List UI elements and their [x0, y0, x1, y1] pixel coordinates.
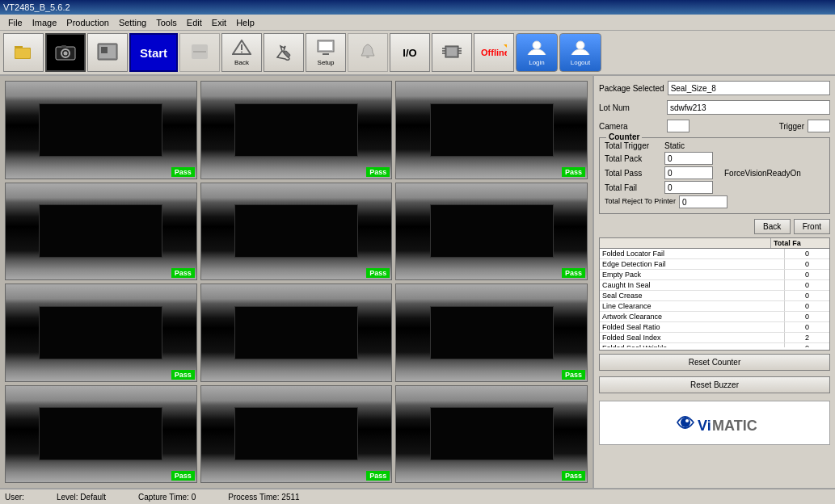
total-fail-row: Total Fail: [605, 181, 824, 194]
image-cell[interactable]: [200, 284, 393, 382]
back-btn[interactable]: Back: [754, 219, 791, 234]
image-cell[interactable]: Pass: [395, 385, 588, 484]
table-cell-name: Empty Pack: [600, 270, 785, 279]
logo-area: Vi MATIC: [599, 401, 830, 445]
menu-help[interactable]: Help: [231, 17, 259, 28]
pass-badge: Pass: [366, 167, 390, 177]
total-pass-label: Total Pass: [605, 169, 661, 178]
front-btn[interactable]: Front: [794, 219, 830, 234]
svg-point-14: [241, 51, 242, 52]
table-cell-value: 0: [785, 301, 829, 311]
blank-icon: [190, 43, 209, 63]
table-row: Folded Seal Ratio0: [600, 322, 829, 333]
svg-point-33: [685, 419, 689, 422]
chip-btn[interactable]: [432, 33, 472, 72]
status-bar: User: Level: Default Capture Time: 0 Pro…: [0, 488, 835, 504]
table-cell-name: Edge Detection Fail: [600, 259, 785, 269]
teach-btn[interactable]: Back: [221, 33, 262, 72]
table-cell-name: Folded Seal Ratio: [600, 322, 785, 332]
camera-input[interactable]: [667, 120, 690, 132]
start-btn[interactable]: Start: [129, 33, 178, 72]
logout-icon: [570, 40, 591, 58]
svg-rect-0: [15, 46, 23, 48]
svg-rect-15: [284, 50, 290, 57]
login-btn[interactable]: Login: [516, 33, 558, 72]
pass-badge: Pass: [562, 471, 585, 481]
logout-btn[interactable]: Logout: [559, 33, 601, 72]
table-row: Edge Detection Fail0: [600, 259, 829, 270]
status-process: Process Time: 2511: [228, 493, 299, 502]
table-cell-name: Folded Locator Fail: [600, 249, 785, 258]
open-btn[interactable]: [3, 33, 44, 72]
total-pass-input[interactable]: [664, 166, 713, 179]
image-cell[interactable]: Pass: [5, 81, 197, 179]
menu-image[interactable]: Image: [27, 17, 62, 28]
trigger-input[interactable]: [808, 120, 830, 132]
pass-badge: Pass: [171, 471, 195, 481]
counter-group: Counter Total Trigger Static Total Pack …: [599, 137, 830, 214]
counter-legend: Counter: [606, 132, 642, 141]
menu-setting[interactable]: Setting: [114, 17, 151, 28]
camera-icon: [54, 43, 77, 63]
table-cell-value: 2: [785, 333, 829, 342]
disabled-btn: [179, 33, 220, 72]
image-cell[interactable]: Pass: [395, 284, 588, 382]
table-row: Caught In Seal0: [600, 280, 829, 291]
tools-btn[interactable]: [264, 33, 304, 72]
open-icon: [14, 43, 33, 63]
package-selected-input[interactable]: [668, 81, 830, 95]
image-cell[interactable]: Pass: [5, 385, 197, 484]
teach-icon: [232, 40, 251, 58]
total-fail-input[interactable]: [664, 181, 713, 194]
camera-btn[interactable]: [45, 33, 86, 72]
toolbar: Start Back Setup I/O: [0, 31, 835, 76]
setup-btn[interactable]: Setup: [306, 33, 346, 72]
menu-edit[interactable]: Edit: [182, 17, 207, 28]
login-icon: [526, 40, 547, 58]
total-pack-input[interactable]: [664, 152, 713, 165]
menu-tools[interactable]: Tools: [151, 17, 182, 28]
bell-icon: [359, 43, 377, 63]
total-reject-input[interactable]: [679, 195, 727, 208]
svg-rect-21: [447, 48, 457, 56]
package-selected-row: Package Selected: [599, 81, 830, 95]
io-btn[interactable]: I/O: [390, 33, 430, 72]
pass-badge: Pass: [562, 370, 585, 380]
pass-badge: Pass: [171, 268, 195, 278]
menu-exit[interactable]: Exit: [207, 17, 231, 28]
total-pack-row: Total Pack: [605, 152, 824, 165]
image-cell[interactable]: Pass: [395, 81, 588, 179]
title-bar: VT2485_B_5.6.2: [0, 0, 835, 15]
lot-num-row: Lot Num: [599, 100, 830, 115]
image-cell[interactable]: Pass: [200, 183, 393, 281]
menu-file[interactable]: File: [3, 17, 27, 28]
bell-btn[interactable]: [348, 33, 388, 72]
image-cell[interactable]: Pass: [200, 385, 393, 484]
io-label: I/O: [403, 47, 416, 59]
lot-num-input[interactable]: [667, 100, 830, 115]
svg-text:Offline: Offline: [481, 48, 507, 57]
menu-production[interactable]: Production: [61, 17, 114, 28]
total-trigger-label: Total Trigger: [605, 141, 661, 150]
reset-counter-btn[interactable]: Reset Counter: [599, 354, 830, 371]
status-level: Level: Default: [57, 493, 106, 502]
image-btn[interactable]: [87, 33, 128, 72]
fail-table: Total Fa Folded Locator Fail0Edge Detect…: [599, 237, 830, 351]
svg-rect-2: [15, 48, 30, 58]
table-cell-name: Artwork Clearance: [600, 312, 785, 321]
pass-badge: Pass: [366, 268, 390, 278]
svg-rect-17: [319, 42, 332, 50]
table-cell-name: Folded Seal Index: [600, 333, 785, 342]
pass-badge: Pass: [171, 370, 195, 380]
table-header: Total Fa: [600, 238, 829, 249]
reset-buzzer-btn[interactable]: Reset Buzzer: [599, 376, 830, 393]
table-cell-value: 0: [785, 343, 829, 347]
table-body[interactable]: Folded Locator Fail0Edge Detection Fail0…: [600, 249, 829, 347]
image-cell[interactable]: Pass: [200, 81, 393, 179]
pass-badge: Pass: [171, 167, 195, 177]
offline-btn[interactable]: Offline: [474, 33, 514, 72]
image-cell[interactable]: Pass: [5, 183, 197, 281]
image-cell[interactable]: Pass: [395, 183, 588, 281]
trigger-label: Trigger: [779, 122, 804, 131]
image-cell[interactable]: Pass: [5, 284, 197, 382]
